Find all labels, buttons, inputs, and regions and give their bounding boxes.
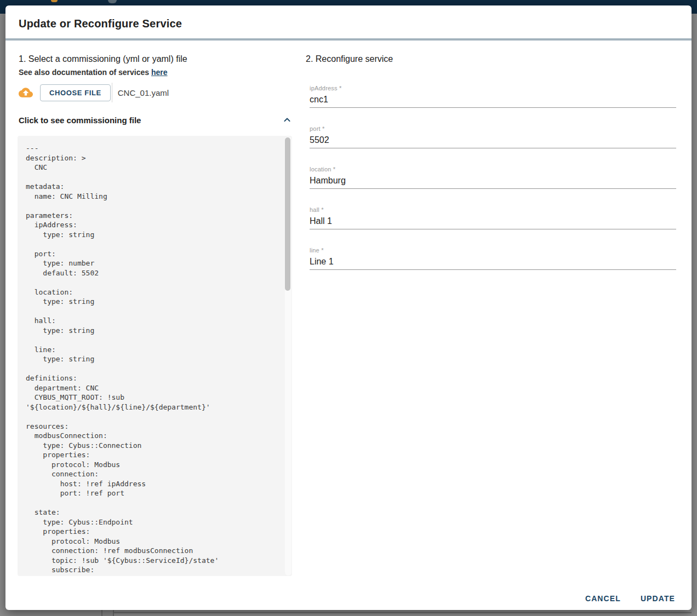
code-scrollbar-track[interactable]	[285, 136, 292, 575]
step1-heading: 1. Select a commissioning (yml or yaml) …	[19, 54, 187, 64]
dialog-footer: CANCEL UPDATE	[580, 591, 681, 606]
location-input[interactable]	[310, 176, 676, 189]
port-input[interactable]	[310, 135, 676, 148]
background-table-divider	[101, 610, 102, 616]
chevron-up-icon[interactable]	[282, 114, 293, 125]
commissioning-file-toggle[interactable]: Click to see commissioning file	[19, 113, 293, 127]
field-location: location *	[310, 166, 676, 189]
update-service-dialog: Update or Reconfigure Service 1. Select …	[5, 5, 692, 610]
filename-separator	[112, 83, 112, 102]
file-upload-row: CHOOSE FILE CNC_01.yaml	[19, 83, 169, 102]
field-label-hall: hall *	[310, 206, 676, 213]
field-label-line: line *	[310, 247, 676, 254]
brand-logo-fragment-gray-icon	[108, 0, 117, 3]
field-line: line *	[310, 247, 676, 270]
background-scroll-strip	[692, 14, 697, 616]
cloud-upload-icon	[19, 85, 33, 100]
toggle-label: Click to see commissioning file	[19, 116, 141, 125]
yaml-code: --- description: > CNC metadata: name: C…	[18, 136, 283, 576]
documentation-note: See also documentation of services here	[19, 68, 168, 77]
selected-filename: CNC_01.yaml	[118, 88, 169, 97]
code-scrollbar-thumb[interactable]	[285, 137, 290, 291]
brand-logo-fragment-orange-icon	[51, 0, 58, 2]
cancel-button[interactable]: CANCEL	[580, 592, 626, 605]
documentation-text: See also documentation of services	[19, 68, 149, 77]
step2-heading: 2. Reconfigure service	[306, 54, 393, 64]
line-input[interactable]	[310, 257, 676, 270]
field-label-ipaddress: ipAddress *	[310, 85, 676, 91]
commissioning-file-viewer[interactable]: --- description: > CNC metadata: name: C…	[18, 136, 292, 576]
field-label-location: location *	[310, 166, 676, 172]
ipaddress-input[interactable]	[310, 95, 676, 108]
field-ipaddress: ipAddress *	[310, 85, 676, 108]
update-button[interactable]: UPDATE	[635, 592, 681, 605]
background-table-panel	[114, 613, 692, 616]
documentation-link[interactable]: here	[151, 68, 168, 77]
dialog-title: Update or Reconfigure Service	[19, 18, 182, 30]
title-divider	[5, 38, 692, 41]
hall-input[interactable]	[310, 216, 676, 229]
field-label-port: port *	[310, 125, 676, 132]
choose-file-button[interactable]: CHOOSE FILE	[40, 84, 111, 101]
field-port: port *	[310, 125, 676, 148]
field-hall: hall *	[310, 206, 676, 229]
